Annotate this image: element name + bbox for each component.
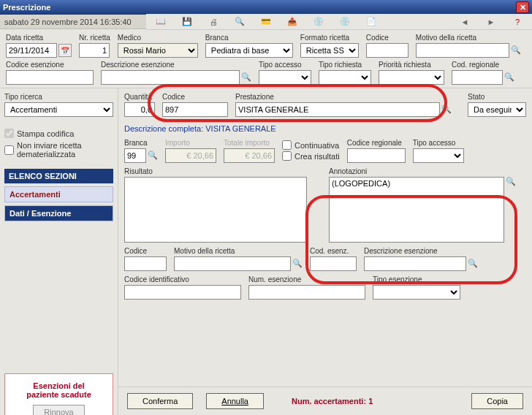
cod-esenz2-label: Cod. esenz. [310,247,357,255]
search-icon[interactable]: 🔍 [441,104,452,115]
detail-panel: Quantità Codice Prestazione 🔍 Stato Da e… [118,88,532,415]
stato-select[interactable]: Da eseguire [468,102,526,117]
tipo-accesso-label: Tipo accesso [259,61,311,69]
next-icon[interactable]: ► [481,12,501,32]
tipo-ricerca-label: Tipo ricerca [4,93,113,101]
cd2-icon[interactable]: 💿 [335,12,355,32]
tipo-ricerca-select[interactable]: Accertamenti [4,102,113,117]
desc-esenz-label: Descrizione esenzione [101,61,251,69]
print-icon[interactable]: 🖨 [203,12,224,32]
copia-button[interactable]: Copia [471,393,523,409]
annotazioni-label: Annotazioni [329,167,526,175]
risultato-textarea[interactable] [124,177,307,243]
search-icon[interactable]: 🔍 [511,45,521,56]
data-ricetta-input[interactable] [6,43,57,58]
left-sidebar: Tipo ricerca Accertamenti Stampa codific… [0,88,118,415]
toolbar: 📖 💾 🖨 🔍 💳 📤 💿 💿 📄 ◄ ► ? [146,14,532,30]
cod-ident-input[interactable] [124,285,241,300]
num-esenz-label: Num. esenzione [248,275,365,283]
sidebar-item-dati-esenzione[interactable]: Dati / Esenzione [4,205,113,221]
tipo-acc-det-label: Tipo accesso [413,139,464,147]
branca-det-input[interactable] [124,148,146,163]
doc-icon[interactable]: 📄 [361,12,381,32]
desc-esenz-input[interactable] [101,70,240,85]
card-icon[interactable]: 💳 [256,12,276,32]
desc-esenz2-input[interactable] [364,256,466,271]
motivo-input[interactable] [416,43,509,58]
tipo-esenz-label: Tipo esenzione [373,275,460,283]
status-bar: sabato 29 novembre 2014 16:35:40 📖 💾 🖨 🔍… [0,15,532,29]
prev-icon[interactable]: ◄ [455,12,475,32]
prestazione-label: Prestazione [235,93,460,101]
search-doc-icon[interactable]: 🔍 [229,12,250,32]
tipo-esenz-select[interactable] [373,285,460,300]
tipo-richiesta-select[interactable] [319,70,371,85]
search-icon[interactable]: 🔍 [292,259,303,269]
data-ricetta-label: Data ricetta [6,34,72,42]
cod-regionale-input[interactable] [452,70,503,85]
sidebar-item-accertamenti[interactable]: Accertamenti [4,186,113,202]
priorita-select[interactable] [379,70,444,85]
descrizione-completa: Descrizione completa: VISITA GENERALE [124,121,526,139]
medico-select[interactable]: Rossi Mario [118,43,198,58]
priorita-label: Priorità richiesta [379,61,444,69]
search-icon[interactable]: 🔍 [506,177,516,187]
formato-label: Formato ricetta [300,34,359,42]
codice2-label: Codice [124,247,167,255]
cod-reg-det-label: Codice regionale [347,139,406,147]
tipo-acc-det-select[interactable] [413,148,464,163]
cod-regionale-label: Cod. regionale [452,61,514,69]
transfer-icon[interactable]: 📤 [282,12,303,32]
search-icon[interactable]: 🔍 [468,259,478,269]
cod-ident-label: Codice identificativo [124,275,241,283]
continuativa-check[interactable]: Continuativa [282,140,340,150]
calendar-icon[interactable]: 📅 [58,44,72,57]
tipo-accesso-select[interactable] [259,70,311,85]
stampa-codifica-check[interactable]: Stampa codifica [4,129,113,138]
warning-box: Esenzioni del paziente scadute Rinnova [4,373,113,415]
search-icon[interactable]: 🔍 [241,72,251,83]
crea-risultati-check[interactable]: Crea risultati [282,151,340,161]
importo-input [165,148,216,163]
codice-det-input[interactable] [162,102,228,117]
motivo-label: Motivo della ricetta [416,34,521,42]
num-accertamenti: Num. accertamenti: 1 [292,397,373,406]
nr-ricetta-input[interactable] [79,43,110,58]
prestazione-input[interactable] [235,102,440,117]
annotazioni-textarea[interactable]: (LOGOPEDICA) [329,177,504,243]
branca-select[interactable]: Pediatra di base [205,43,293,58]
quantita-label: Quantità [124,93,155,101]
cod-esenz-input[interactable] [6,70,94,85]
rinnova-button[interactable]: Rinnova [33,405,84,415]
motivo2-label: Motivo della ricetta [174,247,303,255]
num-esenz-input[interactable] [248,285,365,300]
annulla-button[interactable]: Annulla [206,393,264,409]
header-form: Data ricetta 📅 Nr. ricetta Medico Rossi … [0,29,532,88]
tipo-richiesta-label: Tipo richiesta [319,61,371,69]
window-title: Prescrizione [3,3,50,12]
codice-label: Codice [366,34,408,42]
codice2-input[interactable] [124,256,167,271]
cod-esenz-label: Codice esenzione [6,61,94,69]
quantita-input[interactable] [124,102,155,117]
tot-importo-input [224,148,275,163]
status-date: sabato 29 novembre 2014 16:35:40 [4,18,132,26]
search-icon[interactable]: 🔍 [504,72,514,83]
cod-esenz2-input[interactable] [310,256,357,271]
book-icon[interactable]: 📖 [151,12,171,32]
stato-label: Stato [468,93,526,101]
codice-det-label: Codice [162,93,228,101]
conferma-button[interactable]: Conferma [127,393,193,409]
risultato-label: Risultato [124,167,322,175]
tot-importo-label: Totale importo [224,139,275,147]
codice-input[interactable] [366,43,408,58]
save-icon[interactable]: 💾 [177,12,197,32]
footer-bar: Conferma Annulla Num. accertamenti: 1 Co… [118,387,532,415]
formato-select[interactable]: Ricetta SSN [300,43,359,58]
search-icon[interactable]: 🔍 [148,151,158,161]
cod-reg-det-input[interactable] [347,148,406,163]
non-inviare-check[interactable]: Non inviare ricetta dematerializzata [4,141,113,159]
motivo2-input[interactable] [174,256,291,271]
help-icon[interactable]: ? [507,12,528,32]
cd-icon[interactable]: 💿 [308,12,329,32]
